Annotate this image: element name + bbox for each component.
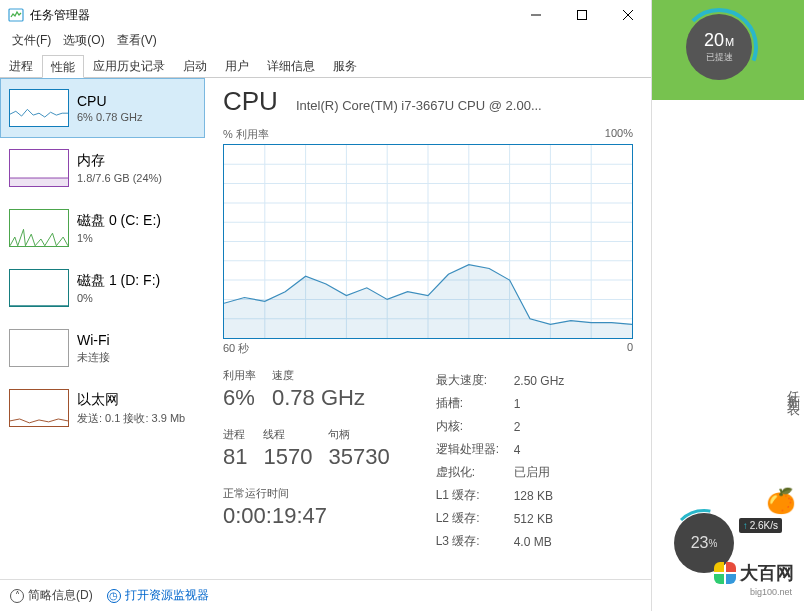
minimize-button[interactable]: [513, 0, 559, 30]
task-list-vertical-label[interactable]: 任务列表: [784, 380, 802, 396]
close-button[interactable]: [605, 0, 651, 30]
sidebar-item-label: 磁盘 1 (D: F:): [77, 272, 160, 290]
disk1-sparkline: [9, 269, 69, 307]
resource-sidebar: CPU6% 0.78 GHz 内存1.8/7.6 GB (24%) 磁盘 0 (…: [0, 78, 205, 583]
stat-label-handles: 句柄: [328, 427, 389, 442]
tab-details[interactable]: 详细信息: [258, 54, 324, 77]
chart-top-left-label: % 利用率: [223, 127, 269, 142]
logo-url: big100.net: [750, 587, 792, 597]
info-value: 已启用: [514, 462, 575, 483]
logo-text: 大百网: [740, 561, 794, 585]
tab-startup[interactable]: 启动: [174, 54, 216, 77]
stat-value-processes: 81: [223, 444, 247, 470]
chart-bottom-left-label: 60 秒: [223, 341, 249, 356]
maximize-button[interactable]: [559, 0, 605, 30]
network-rate-value: 2.6K/s: [750, 520, 778, 531]
sidebar-item-stat: 未连接: [77, 350, 110, 365]
fewer-details-label: 简略信息(D): [28, 587, 93, 604]
stat-label-threads: 线程: [263, 427, 312, 442]
info-value: 4: [514, 439, 575, 460]
sidebar-item-label: 内存: [77, 152, 162, 170]
info-label: 最大速度:: [436, 370, 512, 391]
info-value: 1: [514, 393, 575, 414]
performance-body: CPU6% 0.78 GHz 内存1.8/7.6 GB (24%) 磁盘 0 (…: [0, 78, 651, 583]
info-value: 512 KB: [514, 508, 575, 529]
stat-label-speed: 速度: [272, 368, 365, 383]
cpu-utilization-chart[interactable]: [223, 144, 633, 339]
info-label: 逻辑处理器:: [436, 439, 512, 460]
chart-bottom-right-label: 0: [627, 341, 633, 356]
info-value: 4.0 MB: [514, 531, 575, 552]
sidebar-item-label: 磁盘 0 (C: E:): [77, 212, 161, 230]
gauge-label: 已提速: [706, 51, 733, 64]
info-label: 虚拟化:: [436, 462, 512, 483]
stat-label-uptime: 正常运行时间: [223, 486, 390, 501]
sidebar-item-wifi[interactable]: Wi-Fi未连接: [0, 318, 205, 378]
menu-view[interactable]: 查看(V): [111, 30, 163, 50]
sidebar-item-stat: 6% 0.78 GHz: [77, 111, 142, 123]
info-label: L1 缓存:: [436, 485, 512, 506]
fewer-details-button[interactable]: ˄简略信息(D): [10, 587, 93, 604]
upload-arrow-icon: ↑: [743, 520, 748, 531]
chart-top-right-label: 100%: [605, 127, 633, 142]
stat-value-handles: 35730: [328, 444, 389, 470]
watermark-logo: 大百网: [714, 561, 794, 585]
resource-monitor-icon: ◷: [107, 589, 121, 603]
task-manager-window: 任务管理器 文件(F) 选项(O) 查看(V) 进程 性能 应用历史记录 启动 …: [0, 0, 652, 611]
menu-options[interactable]: 选项(O): [57, 30, 110, 50]
info-label: L3 缓存:: [436, 531, 512, 552]
gauge-unit: M: [725, 36, 734, 48]
stat-value-threads: 1570: [263, 444, 312, 470]
stat-value-utilization: 6%: [223, 385, 256, 411]
open-resource-monitor-link[interactable]: ◷打开资源监视器: [107, 587, 209, 604]
sidebar-item-stat: 0%: [77, 292, 160, 304]
app-icon: [8, 7, 24, 23]
sidebar-item-disk-1[interactable]: 磁盘 1 (D: F:)0%: [0, 258, 205, 318]
resource-monitor-label: 打开资源监视器: [125, 587, 209, 604]
info-label: 插槽:: [436, 393, 512, 414]
wifi-sparkline: [9, 329, 69, 367]
titlebar: 任务管理器: [0, 0, 651, 30]
sidebar-item-label: Wi-Fi: [77, 332, 110, 348]
info-label: 内核:: [436, 416, 512, 437]
speedup-gauge[interactable]: 20M 已提速: [686, 14, 752, 80]
stat-label-processes: 进程: [223, 427, 247, 442]
gauge-unit: %: [708, 538, 717, 549]
chevron-up-icon: ˄: [10, 589, 24, 603]
ethernet-sparkline: [9, 389, 69, 427]
svg-rect-2: [578, 11, 587, 20]
sidebar-item-label: CPU: [77, 93, 142, 109]
tab-processes[interactable]: 进程: [0, 54, 42, 77]
cpu-model: Intel(R) Core(TM) i7-3667U CPU @ 2.00...: [296, 98, 633, 113]
cpu-sparkline: [9, 89, 69, 127]
disk0-sparkline: [9, 209, 69, 247]
menubar: 文件(F) 选项(O) 查看(V): [0, 30, 651, 50]
info-value: 2.50 GHz: [514, 370, 575, 391]
network-rate: ↑2.6K/s: [739, 518, 782, 533]
sidebar-item-stat: 1.8/7.6 GB (24%): [77, 172, 162, 184]
tab-performance[interactable]: 性能: [42, 55, 84, 78]
info-value: 128 KB: [514, 485, 575, 506]
gauge-value: 23: [691, 534, 709, 552]
sidebar-item-ethernet[interactable]: 以太网发送: 0.1 接收: 3.9 Mb: [0, 378, 205, 438]
svg-rect-5: [10, 178, 68, 187]
sidebar-item-stat: 1%: [77, 232, 161, 244]
cpu-detail-pane: CPU Intel(R) Core(TM) i7-3667U CPU @ 2.0…: [205, 78, 651, 583]
sidebar-item-disk-0[interactable]: 磁盘 0 (C: E:)1%: [0, 198, 205, 258]
gauge-value: 20: [704, 30, 724, 50]
sidebar-item-memory[interactable]: 内存1.8/7.6 GB (24%): [0, 138, 205, 198]
tab-users[interactable]: 用户: [216, 54, 258, 77]
info-label: L2 缓存:: [436, 508, 512, 529]
tab-app-history[interactable]: 应用历史记录: [84, 54, 174, 77]
stat-value-uptime: 0:00:19:47: [223, 503, 390, 529]
window-title: 任务管理器: [30, 7, 90, 24]
sidebar-item-cpu[interactable]: CPU6% 0.78 GHz: [0, 78, 205, 138]
menu-file[interactable]: 文件(F): [6, 30, 57, 50]
tab-bar: 进程 性能 应用历史记录 启动 用户 详细信息 服务: [0, 54, 651, 78]
cpu-info-table: 最大速度:2.50 GHz 插槽:1 内核:2 逻辑处理器:4 虚拟化:已启用 …: [434, 368, 577, 554]
memory-sparkline: [9, 149, 69, 187]
footer: ˄简略信息(D) ◷打开资源监视器: [0, 579, 651, 611]
tab-services[interactable]: 服务: [324, 54, 366, 77]
logo-icon: [714, 562, 736, 584]
stat-label-utilization: 利用率: [223, 368, 256, 383]
